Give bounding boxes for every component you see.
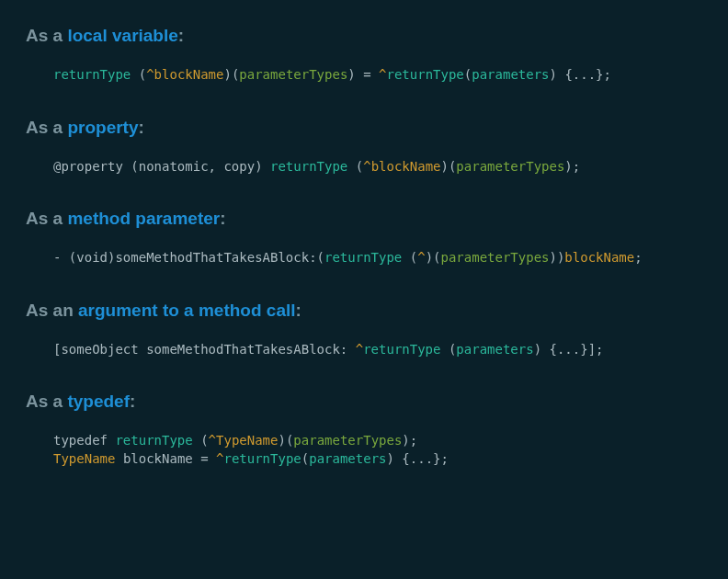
section-method-parameter: As a method parameter: - (void)someMetho… (26, 209, 702, 267)
heading: As a method parameter: (26, 209, 702, 229)
section-local-variable: As a local variable: returnType (^blockN… (26, 26, 702, 85)
heading-colon: : (220, 209, 225, 228)
code-block: - (void)someMethodThatTakesABlock:(retur… (26, 249, 702, 267)
heading-emph: property (67, 118, 138, 137)
code-block: @property (nonatomic, copy) returnType (… (26, 158, 702, 176)
heading-prefix: As a (26, 392, 67, 411)
section-argument-method-call: As an argument to a method call: [someOb… (26, 301, 702, 359)
heading-emph: typedef (67, 392, 130, 411)
heading-emph: argument to a method call (78, 301, 295, 320)
heading-emph: method parameter (67, 209, 220, 228)
section-typedef: As a typedef: typedef returnType (^TypeN… (26, 392, 702, 468)
heading: As an argument to a method call: (26, 301, 702, 321)
heading-colon: : (296, 301, 301, 320)
heading: As a property: (26, 118, 702, 138)
heading-emph: local variable (67, 26, 177, 45)
heading-prefix: As a (26, 26, 67, 45)
section-property: As a property: @property (nonatomic, cop… (26, 118, 702, 176)
heading-prefix: As an (26, 301, 78, 320)
heading: As a local variable: (26, 26, 702, 46)
heading: As a typedef: (26, 392, 702, 412)
code-block: returnType (^blockName)(parameterTypes) … (26, 66, 702, 85)
heading-colon: : (139, 118, 144, 137)
heading-colon: : (130, 392, 135, 411)
heading-prefix: As a (26, 118, 67, 137)
code-block: typedef returnType (^TypeName)(parameter… (26, 432, 702, 468)
heading-prefix: As a (26, 209, 67, 228)
heading-colon: : (178, 26, 184, 45)
code-block: [someObject someMethodThatTakesABlock: ^… (26, 341, 702, 359)
